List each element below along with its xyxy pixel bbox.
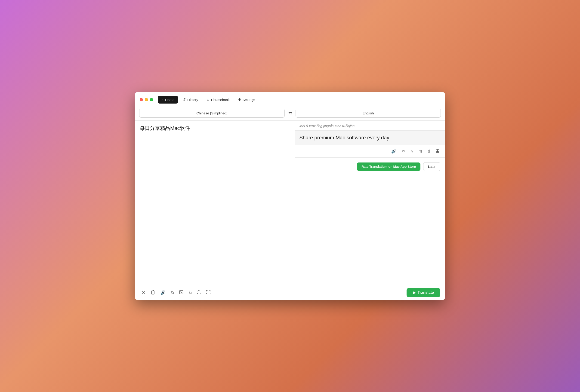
- translate-button[interactable]: ▶ Translate: [407, 288, 440, 297]
- translate-send-icon: ▶: [413, 291, 416, 295]
- source-panel: 每日分享精品Mac软件: [135, 121, 295, 285]
- speak-button[interactable]: 🔊: [389, 147, 398, 155]
- tab-phrasebook[interactable]: ☆ Phrasebook: [203, 96, 233, 103]
- rate-dialog: Rate Translatium on Mac App Store Later: [295, 158, 445, 176]
- source-language-label: Chinese (Simplified): [196, 111, 227, 115]
- maximize-button[interactable]: [150, 98, 153, 101]
- translate-button-label: Translate: [418, 291, 434, 295]
- svg-rect-0: [151, 291, 154, 294]
- share-button[interactable]: [434, 147, 441, 155]
- favorite-button[interactable]: ☆: [408, 147, 416, 155]
- app-window: ⌂ Home ↺ History ☆ Phrasebook ⚙ Settings…: [135, 92, 445, 300]
- swap-icon: ⇆: [289, 111, 292, 115]
- swap-languages-button[interactable]: ⇆: [287, 109, 293, 117]
- print-button[interactable]: ⎙: [426, 148, 432, 155]
- romanization-text: Měi rì fēnxiǎng jīngpǐn Mac ruǎnjiàn: [295, 121, 445, 131]
- swap-vertical-button[interactable]: ⇅: [418, 148, 424, 155]
- target-language-label: English: [362, 111, 374, 115]
- later-button[interactable]: Later: [423, 162, 440, 171]
- close-button[interactable]: [140, 98, 143, 101]
- speak-source-button[interactable]: 🔊: [158, 289, 168, 297]
- traffic-lights: [140, 98, 153, 101]
- star-icon: ☆: [206, 98, 210, 102]
- svg-point-2: [180, 291, 181, 292]
- source-language-selector[interactable]: Chinese (Simplified): [139, 109, 285, 118]
- clear-button[interactable]: ✕: [140, 289, 147, 297]
- print-source-button[interactable]: ⎙: [187, 289, 194, 297]
- rate-app-button[interactable]: Rate Translatium on Mac App Store: [357, 163, 421, 171]
- titlebar: ⌂ Home ↺ History ☆ Phrasebook ⚙ Settings: [135, 92, 445, 103]
- source-text[interactable]: 每日分享精品Mac软件: [140, 124, 290, 281]
- share-source-button[interactable]: [195, 289, 203, 297]
- tab-home-label: Home: [165, 98, 174, 102]
- nav-tabs: ⌂ Home ↺ History ☆ Phrasebook ⚙ Settings: [158, 96, 259, 103]
- paste-button[interactable]: [149, 288, 157, 297]
- target-panel: Měi rì fēnxiǎng jīngpǐn Mac ruǎnjiàn Sha…: [295, 121, 445, 285]
- copy-source-button[interactable]: ⧉: [169, 289, 176, 296]
- translation-text: Share premium Mac software every day: [295, 131, 445, 145]
- tab-history-label: History: [187, 98, 198, 102]
- gear-icon: ⚙: [238, 98, 241, 102]
- action-icons-row: 🔊 ⧉ ☆ ⇅ ⎙: [295, 145, 445, 158]
- tab-phrasebook-label: Phrasebook: [211, 98, 230, 102]
- bottom-toolbar: ✕ 🔊 ⧉ ⎙ ▶: [135, 285, 445, 300]
- tab-settings[interactable]: ⚙ Settings: [234, 96, 259, 103]
- image-button[interactable]: [177, 289, 185, 297]
- home-icon: ⌂: [161, 98, 163, 102]
- minimize-button[interactable]: [145, 98, 148, 101]
- tab-history[interactable]: ↺ History: [179, 96, 202, 103]
- main-content: 每日分享精品Mac软件 Měi rì fēnxiǎng jīngpǐn Mac …: [135, 121, 445, 285]
- language-bar: Chinese (Simplified) ⇆ English: [135, 106, 445, 121]
- target-language-selector[interactable]: English: [295, 109, 441, 118]
- history-icon: ↺: [183, 98, 186, 102]
- fullscreen-button[interactable]: [204, 289, 213, 297]
- copy-button[interactable]: ⧉: [400, 148, 406, 155]
- tab-settings-label: Settings: [243, 98, 255, 102]
- tab-home[interactable]: ⌂ Home: [158, 96, 178, 103]
